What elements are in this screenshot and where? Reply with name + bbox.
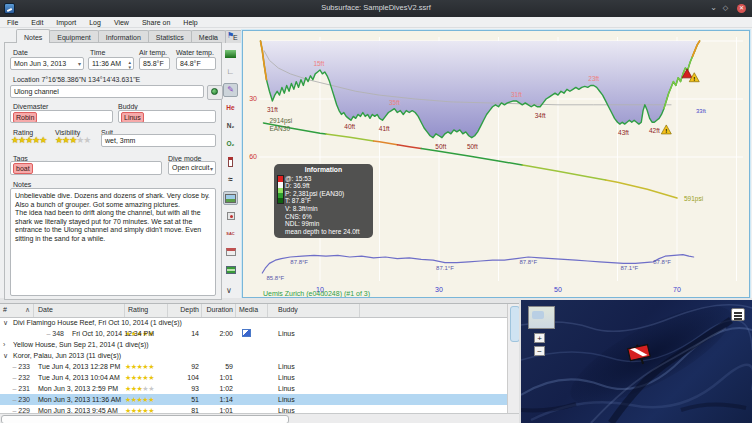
tab-scroll-right-icon[interactable]: › — [211, 31, 218, 44]
infobox-line: @: 15:53 — [285, 175, 370, 183]
location-field[interactable]: Ulong channel — [10, 85, 204, 98]
menu-edit[interactable]: Edit — [31, 19, 43, 26]
divemaster-chip[interactable]: Robin — [13, 112, 37, 123]
dive-row-232[interactable]: – 232Tue Jun 4, 2013 10:04 AM★★★★★1041:0… — [0, 372, 508, 383]
divemode-value: Open circuit — [172, 164, 209, 171]
col-buddy[interactable]: Buddy — [268, 304, 360, 317]
suit-field[interactable]: wet, 3mm — [101, 134, 216, 147]
minimize-button[interactable]: ⌄ — [708, 2, 719, 13]
divemaster-label: Divemaster — [13, 103, 48, 110]
photos-icon[interactable] — [223, 191, 238, 205]
toolbar-more-icon[interactable]: ∨ — [226, 286, 232, 295]
date-field[interactable]: Mon Jun 3, 2013 ▾ — [10, 57, 84, 70]
svg-text:87.1°F: 87.1°F — [621, 265, 639, 271]
ruler-icon[interactable]: ∟ — [223, 65, 238, 79]
dive-site-map[interactable]: + − — [521, 300, 752, 423]
star-icon[interactable]: ★ — [83, 135, 90, 145]
sac-rate-icon[interactable]: SAC — [223, 227, 238, 241]
dive-row-233[interactable]: – 233Tue Jun 4, 2013 12:28 PM★★★★★9259Li… — [0, 361, 508, 372]
menu-view[interactable]: View — [114, 19, 129, 26]
infobox-line: CNS: 6% — [285, 213, 370, 221]
buddy-field[interactable]: Linus — [118, 110, 216, 123]
dive-row-230[interactable]: – 230Mon Jun 3, 2013 11:36 AM★★★★★511:14… — [0, 394, 508, 405]
col-num[interactable]: #∧ — [0, 304, 34, 317]
visibility-stars[interactable]: ★★★★★ — [55, 135, 90, 145]
svg-text:31ft: 31ft — [267, 106, 278, 113]
svg-text:EAN30: EAN30 — [269, 125, 290, 132]
svg-text:30: 30 — [249, 95, 257, 102]
close-button[interactable]: ✕ — [737, 4, 746, 13]
menu-import[interactable]: Import — [56, 19, 76, 26]
divemode-select[interactable]: Open circuit ▾ — [168, 161, 216, 175]
map-menu-button[interactable] — [731, 308, 745, 321]
edit-dive-icon[interactable]: ✎ — [223, 83, 238, 97]
infobox-line: NDL: 99min — [285, 220, 370, 228]
dive-flag-marker[interactable] — [626, 340, 656, 368]
svg-text:50ft: 50ft — [467, 143, 478, 150]
map-zoom-out-button[interactable]: − — [534, 346, 545, 356]
watertemp-field[interactable]: 84.8°F — [176, 57, 216, 70]
col-depth[interactable]: Depth — [168, 304, 202, 317]
dive-row-348[interactable]: – 348Fri Oct 10, 2014 12:34 PM★★★★★142:0… — [0, 328, 508, 339]
watertemp-label: Water temp. — [176, 49, 214, 56]
dropdown-icon: ▾ — [78, 60, 81, 67]
edit-location-button[interactable] — [207, 85, 223, 100]
col-media[interactable]: Media — [236, 304, 268, 317]
svg-text:50ft: 50ft — [435, 143, 446, 150]
rating-stars[interactable]: ★★★★★ — [11, 135, 46, 145]
tissues-icon[interactable] — [223, 263, 238, 277]
col-rating[interactable]: Rating — [125, 304, 168, 317]
svg-text:87.8°F: 87.8°F — [519, 259, 537, 265]
infobox-line: mean depth to here 24.0ft — [285, 228, 370, 236]
svg-text:87.8°F: 87.8°F — [290, 259, 308, 265]
tab-notes[interactable]: Notes — [16, 29, 50, 43]
svg-text:87.1°F: 87.1°F — [436, 265, 454, 271]
menu-help[interactable]: Help — [183, 19, 197, 26]
svg-text:41ft: 41ft — [379, 125, 390, 132]
dive-row-231[interactable]: – 231Mon Jun 3, 2013 2:59 PM★★★★★931:02L… — [0, 383, 508, 394]
infobox-line: V: 8.3ft/min — [285, 205, 370, 213]
time-field[interactable]: 11:36 AM ▴ ▾ — [88, 57, 134, 70]
heart-rate-icon[interactable]: ≈ — [223, 173, 238, 187]
dive-trip-row[interactable]: ∨Divi Flamingo House Reef, Fri Oct 10, 2… — [0, 317, 508, 328]
map-overview-thumbnail[interactable] — [528, 306, 555, 329]
col-date[interactable]: Date — [34, 304, 125, 317]
tags-field[interactable]: boat — [10, 161, 162, 175]
dive-trip-row[interactable]: ›Yellow House, Sun Sep 21, 2014 (1 dive(… — [0, 339, 508, 350]
col-duration[interactable]: Duration — [202, 304, 236, 317]
infobox-line: D: 36.9ft — [285, 182, 370, 190]
media-icon — [242, 329, 251, 337]
svg-text:31ft: 31ft — [511, 91, 522, 98]
airtemp-field[interactable]: 85.8°F — [139, 57, 170, 70]
globe-icon — [211, 88, 218, 95]
svg-text:33ft: 33ft — [696, 108, 706, 114]
profile-toolbar: ⚑∟✎HeN₂O₂≈SAC — [223, 29, 240, 299]
maximize-button[interactable]: ◇ — [720, 2, 731, 13]
gradient-factor-icon[interactable] — [223, 47, 238, 61]
nitrogen-pp-icon[interactable]: N₂ — [223, 119, 238, 133]
hscroll-thumb[interactable] — [1, 415, 289, 423]
dive-trip-row[interactable]: ∨Koror, Palau, Jun 2013 (11 dive(s)) — [0, 350, 508, 361]
gas-consumption-icon[interactable] — [223, 209, 238, 223]
dive-computer-icon[interactable]: ⚑ — [223, 29, 238, 43]
map-zoom-in-button[interactable]: + — [534, 333, 545, 343]
infobox-line: T: 87.8°F — [285, 197, 370, 205]
star-icon[interactable]: ★ — [39, 135, 46, 145]
menu-log[interactable]: Log — [89, 19, 101, 26]
notes-textarea[interactable]: Unbelievable dive. Dozens and dozens of … — [10, 188, 216, 296]
tissue-legend-icon — [277, 175, 284, 204]
menu-bar: FileEditImportLogViewShare onHelp — [0, 17, 752, 28]
divemaster-field[interactable]: Robin — [10, 110, 113, 123]
tag-chip[interactable]: boat — [13, 163, 33, 174]
buddy-chip[interactable]: Linus — [121, 112, 144, 123]
menu-share-on[interactable]: Share on — [142, 19, 170, 26]
spinner-down-icon[interactable]: ▾ — [128, 64, 131, 70]
oxygen-pp-icon[interactable]: O₂ — [223, 137, 238, 151]
helium-pp-icon[interactable]: He — [223, 101, 238, 115]
dive-list-hscrollbar[interactable] — [0, 413, 521, 423]
dive-list: #∧DateRatingDepthDurationMediaBuddy ∨Div… — [0, 303, 521, 414]
tank-pressure-icon[interactable] — [223, 155, 238, 169]
menu-file[interactable]: File — [7, 19, 18, 26]
tab-scroll-left-icon[interactable]: ‹ — [203, 31, 210, 44]
deco-ceiling-icon[interactable] — [223, 245, 238, 259]
